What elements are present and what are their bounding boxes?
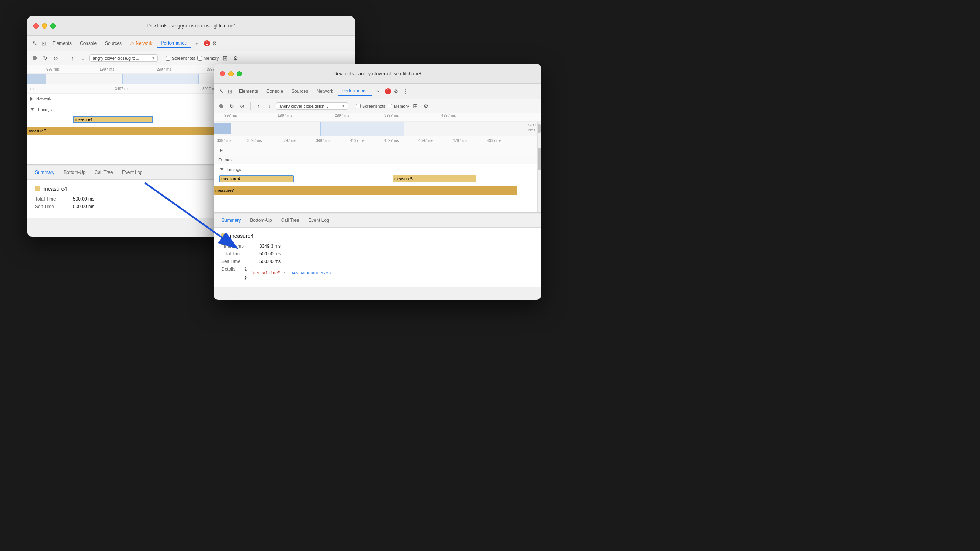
tab-network-1[interactable]: ⚠ Network	[126, 39, 156, 48]
reload-btn-2[interactable]: ↻	[228, 102, 236, 110]
collapse-timings-icon-2[interactable]	[220, 168, 224, 170]
collapse-timings-icon-1[interactable]	[30, 108, 34, 111]
net-label-2: NET	[528, 127, 536, 132]
memory-cb-1[interactable]: Memory	[197, 56, 219, 61]
details-key-2: Details	[221, 266, 244, 272]
sep-2	[162, 54, 162, 62]
time-needle-2	[355, 122, 355, 136]
settings-btn-1[interactable]: ⚙	[232, 54, 240, 62]
clear-btn-1[interactable]: ⊘	[52, 54, 60, 62]
sidebar-icon-2[interactable]: ⊡	[226, 87, 234, 96]
screenshots-cb-2[interactable]: Screenshots	[356, 104, 385, 108]
capture-btn-2[interactable]: ⊞	[411, 102, 420, 110]
error-badge-2: 1	[385, 88, 391, 94]
url-text-1: angry-clover-close.glitc...	[93, 56, 139, 61]
screenshots-label-1: Screenshots	[172, 56, 195, 61]
memory-checkbox-2[interactable]	[388, 104, 392, 108]
measure4-label-2: measure4	[221, 177, 240, 181]
pointer-icon[interactable]: ↖	[30, 39, 39, 48]
more-icon-2[interactable]: ⋮	[401, 87, 409, 96]
close-button-1[interactable]	[33, 23, 39, 29]
tab-network-2[interactable]: Network	[313, 87, 337, 96]
minimize-button-1[interactable]	[42, 23, 47, 29]
measure4-bar-1[interactable]: measure4	[73, 116, 153, 123]
selection-overlay-2[interactable]	[320, 122, 404, 136]
btab-bottomup-2[interactable]: Bottom-Up	[245, 216, 276, 225]
frames-label-2: Frames	[218, 158, 232, 162]
tab-more-2[interactable]: »	[372, 87, 383, 96]
measure4-bar-2[interactable]: measure4	[219, 175, 294, 182]
measure5-bar-2[interactable]: measure5	[393, 175, 476, 182]
memory-label-2: Memory	[394, 104, 409, 108]
timings-track-row-2: Timings	[214, 164, 541, 174]
sidebar-icon[interactable]: ⊡	[40, 39, 48, 48]
mini-scrollbar-thumb-2[interactable]	[538, 124, 541, 133]
traffic-lights-2	[220, 71, 242, 76]
memory-cb-2[interactable]: Memory	[388, 104, 409, 108]
btab-eventlog-1[interactable]: Event Log	[118, 168, 147, 177]
tab-console-1[interactable]: Console	[76, 39, 100, 48]
url-input-1[interactable]: angry-clover-close.glitc... ▾	[89, 54, 158, 62]
measure7-bar-1[interactable]: measure7	[27, 127, 229, 135]
btab-calltree-1[interactable]: Call Tree	[90, 168, 118, 177]
screenshots-checkbox-1[interactable]	[166, 56, 170, 61]
record-btn-2[interactable]: ⏺	[217, 102, 225, 110]
timeline-scrollbar-thumb-2[interactable]	[538, 148, 541, 170]
summary-title-2: measure4	[221, 233, 533, 239]
maximize-button-2[interactable]	[237, 71, 242, 76]
btab-summary-2[interactable]: Summary	[217, 216, 245, 225]
btab-summary-1[interactable]: Summary	[30, 168, 59, 177]
mini-scrollbar-2[interactable]	[537, 122, 541, 136]
tab-console-2[interactable]: Console	[262, 87, 287, 96]
url-dropdown-2[interactable]: ▾	[342, 104, 345, 108]
maximize-button-1[interactable]	[50, 23, 56, 29]
more-icon-1[interactable]: ⋮	[220, 39, 228, 48]
tab-performance-2[interactable]: Performance	[338, 87, 372, 96]
download-btn-2[interactable]: ↓	[265, 102, 274, 110]
summary-measure-name-2: measure4	[230, 233, 253, 239]
btab-bottomup-1[interactable]: Bottom-Up	[59, 168, 90, 177]
btab-eventlog-2[interactable]: Event Log	[304, 216, 334, 225]
timeline-scrollbar-2[interactable]	[537, 136, 541, 212]
record-btn-1[interactable]: ⏺	[30, 54, 39, 62]
clear-btn-2[interactable]: ⊘	[238, 102, 247, 110]
settings-icon-2[interactable]: ⚙	[392, 87, 400, 96]
tab-elements-2[interactable]: Elements	[235, 87, 262, 96]
url-dropdown-1[interactable]: ▾	[152, 56, 154, 61]
settings-icon-1[interactable]: ⚙	[211, 39, 219, 48]
upload-btn-1[interactable]: ↑	[68, 54, 76, 62]
timeline-ruler-2: 3397 ms 3597 ms 3797 ms 3997 ms 4197 ms …	[214, 136, 541, 145]
expand-network-icon-2[interactable]	[220, 148, 223, 152]
tick-ms: ms	[30, 87, 35, 91]
memory-checkbox-1[interactable]	[197, 56, 202, 61]
expand-network-icon-1[interactable]	[30, 97, 33, 101]
selection-overlay-1[interactable]	[123, 74, 199, 84]
btab-calltree-2[interactable]: Call Tree	[277, 216, 304, 225]
json-line-3: }	[244, 276, 331, 280]
screenshots-cb-1[interactable]: Screenshots	[166, 56, 195, 61]
tab-elements-1[interactable]: Elements	[49, 39, 75, 48]
capture-btn-1[interactable]: ⊞	[221, 54, 229, 62]
details-json-2: { "actualTime" : 3346.400000035763 }	[244, 266, 331, 280]
tab-more-1[interactable]: »	[191, 39, 202, 48]
url-input-2[interactable]: angry-clover-close.glitch... ▾	[276, 102, 348, 110]
reload-btn-1[interactable]: ↻	[41, 54, 49, 62]
timings-label-2: Timings	[217, 167, 247, 172]
measure7-bar-2[interactable]: measure7	[214, 186, 517, 195]
devtools-tabs-2: ↖ ⊡ Elements Console Sources Network Per…	[214, 84, 541, 99]
screenshots-checkbox-2[interactable]	[356, 104, 361, 108]
tab-sources-2[interactable]: Sources	[288, 87, 312, 96]
totaltime-val-2: 500.00 ms	[259, 251, 281, 256]
tab-performance-1[interactable]: Performance	[157, 39, 191, 48]
download-btn-1[interactable]: ↓	[79, 54, 87, 62]
settings-btn-2[interactable]: ⚙	[422, 102, 430, 110]
sep-1	[64, 54, 64, 62]
upload-btn-2[interactable]: ↑	[255, 102, 263, 110]
pointer-icon-2[interactable]: ↖	[217, 87, 225, 96]
json-colon: :	[283, 271, 288, 276]
minimize-button-2[interactable]	[228, 71, 234, 76]
tab-sources-1[interactable]: Sources	[101, 39, 126, 48]
close-button-2[interactable]	[220, 71, 225, 76]
totaltime-key-2: Total Time	[221, 251, 259, 256]
mini-activity-2a	[214, 123, 231, 134]
